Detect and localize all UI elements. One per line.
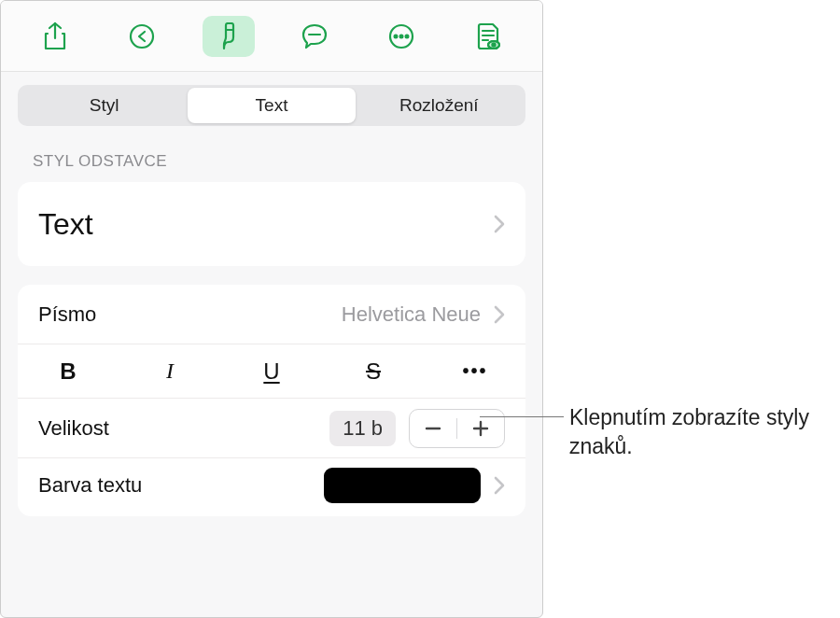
tab-text[interactable]: Text [188,88,355,123]
tab-layout[interactable]: Rozložení [356,88,523,123]
comment-button[interactable] [288,16,341,57]
callout-text: Klepnutím zobrazíte styly znaků. [569,403,840,461]
more-button[interactable] [375,16,427,57]
size-value[interactable]: 11 b [329,411,396,446]
inspector-panel: Styl Text Rozložení STYL ODSTAVCE Text P… [0,0,543,618]
share-button[interactable] [29,16,81,57]
svg-point-0 [131,25,153,48]
paragraph-style-value: Text [38,207,93,242]
chevron-right-icon [494,215,505,233]
size-decrease-button[interactable] [410,410,456,447]
plus-icon [471,419,490,438]
format-button[interactable] [203,16,255,57]
font-row[interactable]: Písmo Helvetica Neue [18,285,525,344]
toolbar [1,1,542,72]
size-row: Velikost 11 b [18,399,525,458]
share-icon [43,22,67,50]
paintbrush-icon [216,22,242,50]
svg-point-7 [492,43,495,46]
paragraph-style-row[interactable]: Text [18,182,525,266]
text-color-swatch[interactable] [324,468,481,503]
chevron-right-icon [494,476,505,495]
comment-icon [301,23,329,49]
bold-button[interactable]: B [44,358,92,385]
size-label: Velikost [38,416,109,441]
tab-style[interactable]: Styl [21,88,188,123]
section-label-paragraph-style: STYL ODSTAVCE [1,126,542,182]
font-card: Písmo Helvetica Neue B I U S ••• Velikos… [18,285,525,516]
undo-button[interactable] [116,16,168,57]
size-increase-button[interactable] [457,410,504,447]
undo-icon [128,22,156,50]
size-stepper [409,409,505,448]
callout-leader-line [480,416,564,417]
text-style-row: B I U S ••• [18,344,525,399]
minus-icon [424,419,442,438]
svg-point-3 [400,35,403,37]
document-eye-icon [475,22,501,50]
segmented-control: Styl Text Rozložení [18,85,525,126]
strikethrough-button[interactable]: S [349,358,398,385]
underline-button[interactable]: U [247,358,296,385]
text-color-row[interactable]: Barva textu [18,458,525,516]
reader-button[interactable] [462,16,514,57]
text-color-label: Barva textu [38,473,142,498]
segmented-control-wrap: Styl Text Rozložení [1,72,542,126]
chevron-right-icon [494,305,505,324]
more-styles-button[interactable]: ••• [451,360,499,382]
svg-point-4 [406,35,409,37]
font-label: Písmo [38,302,96,327]
italic-button[interactable]: I [146,358,194,384]
svg-point-2 [395,35,398,37]
paragraph-style-card: Text [18,182,525,266]
font-value: Helvetica Neue [342,302,481,327]
more-circle-icon [387,22,415,50]
